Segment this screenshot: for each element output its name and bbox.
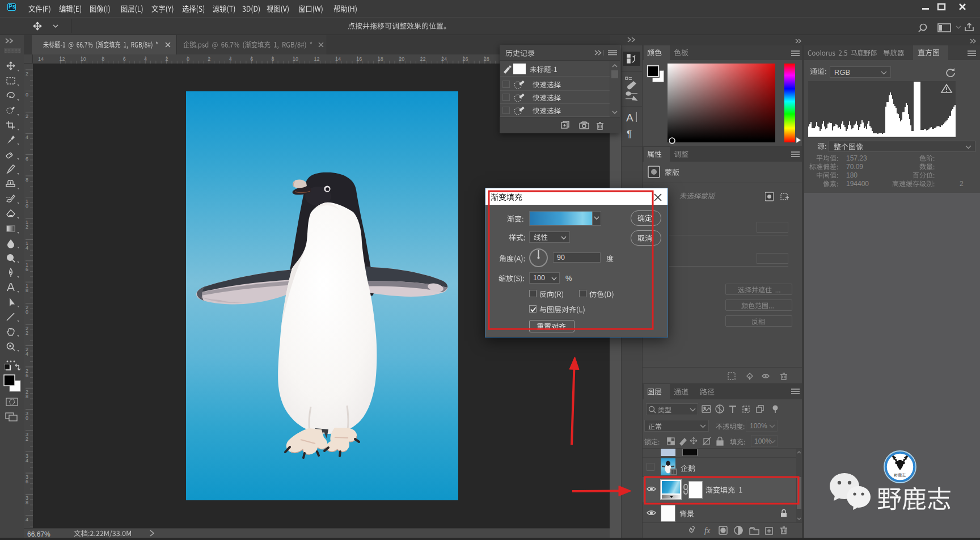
svg-text:野鹿志: 野鹿志: [894, 472, 906, 478]
svg-text:fx: fx: [704, 526, 711, 535]
svg-text:¶: ¶: [627, 129, 632, 140]
svg-text:A: A: [626, 112, 633, 124]
